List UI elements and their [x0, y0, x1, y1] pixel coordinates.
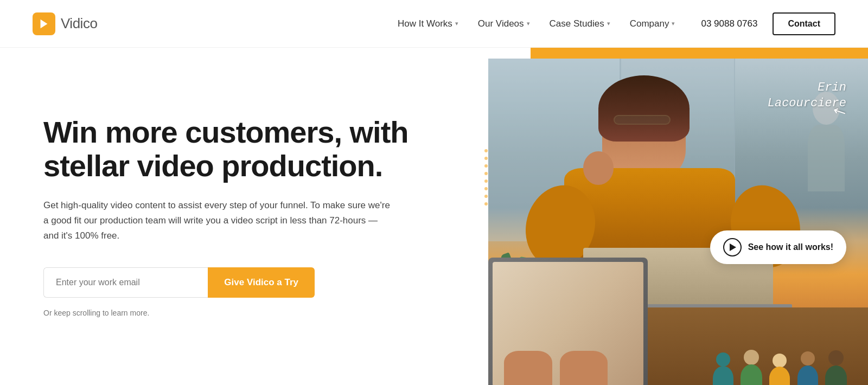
- chevron-down-icon: ▾: [455, 20, 458, 27]
- chevron-down-icon: ▾: [527, 20, 530, 27]
- email-form: Give Vidico a Try: [43, 267, 315, 298]
- play-icon: [723, 238, 742, 256]
- nav-item-our-videos[interactable]: Our Videos ▾: [478, 18, 530, 29]
- email-input[interactable]: [43, 267, 208, 298]
- hero-title: Win more customers, with stellar video p…: [43, 116, 434, 182]
- play-logo-icon: [38, 18, 50, 30]
- nav-item-company[interactable]: Company ▾: [630, 18, 675, 29]
- contact-button[interactable]: Contact: [773, 12, 835, 35]
- see-how-button[interactable]: See how it all works!: [710, 230, 846, 264]
- cta-button[interactable]: Give Vidico a Try: [208, 267, 315, 298]
- logo-text: Vidico: [61, 15, 97, 32]
- nav-menu: How It Works ▾ Our Videos ▾ Case Studies…: [398, 18, 675, 29]
- svg-marker-0: [41, 19, 48, 28]
- person-name-label: Erin Lacourciere ↙: [768, 80, 846, 132]
- hero-image-area: Erin Lacourciere ↙: [477, 48, 868, 385]
- chevron-down-icon: ▾: [607, 20, 610, 27]
- see-how-label: See how it all works!: [748, 242, 833, 252]
- nav-item-case-studies[interactable]: Case Studies ▾: [550, 18, 610, 29]
- hero-content: Win more customers, with stellar video p…: [0, 48, 477, 385]
- scroll-hint: Or keep scrolling to learn more.: [43, 309, 434, 317]
- chevron-down-icon: ▾: [672, 20, 675, 27]
- nav-item-how-it-works[interactable]: How It Works ▾: [398, 18, 458, 29]
- hero-section: Win more customers, with stellar video p…: [0, 48, 868, 385]
- hero-description: Get high-quality video content to assist…: [43, 198, 391, 243]
- navbar: Vidico How It Works ▾ Our Videos ▾ Case …: [0, 0, 868, 48]
- phone-number: 03 9088 0763: [701, 18, 757, 29]
- hero-photo: Erin Lacourciere ↙: [488, 59, 868, 385]
- logo-link[interactable]: Vidico: [33, 12, 97, 35]
- logo-icon: [33, 12, 55, 35]
